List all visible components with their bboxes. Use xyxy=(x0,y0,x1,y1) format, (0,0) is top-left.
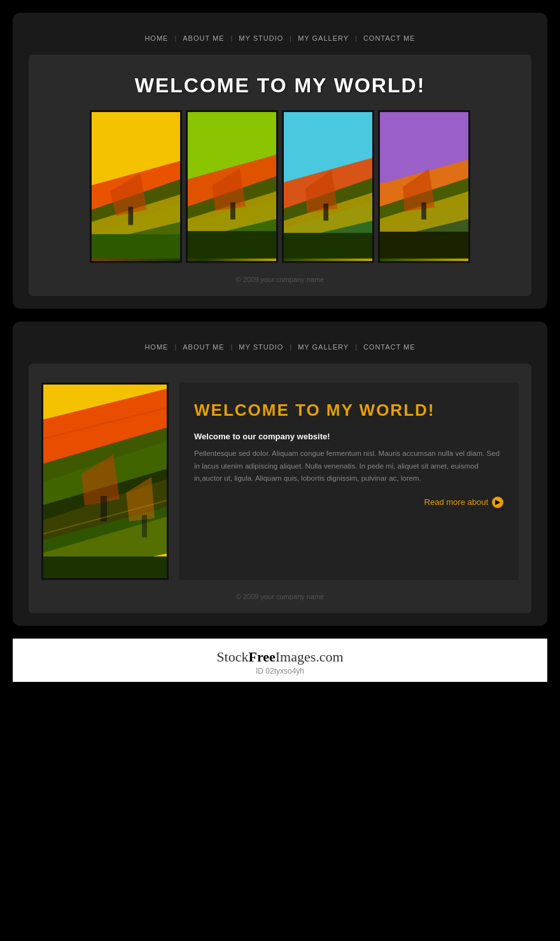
svg-rect-4 xyxy=(92,234,180,258)
gallery-grid xyxy=(41,110,519,263)
gallery-panel-2[interactable] xyxy=(186,110,278,263)
nav-studio-2[interactable]: MY STUDIO xyxy=(232,341,290,353)
watermark-id: ID 02tyxso4yh xyxy=(13,667,547,676)
nav-gallery-1[interactable]: MY GALLERY xyxy=(291,32,355,45)
gallery-panel-3[interactable] xyxy=(282,110,374,263)
content-title: WELCOME TO MY WORLD! xyxy=(194,400,503,420)
gallery-panel-4[interactable] xyxy=(378,110,470,263)
panel-3-abstract xyxy=(284,112,372,261)
browser-area-1: WELCOME TO MY WORLD! xyxy=(29,55,531,296)
browser-area-2: WELCOME TO MY WORLD! Welcome to our comp… xyxy=(29,364,531,613)
content-subtitle: Welcome to our company website! xyxy=(194,432,503,441)
panel-2-abstract xyxy=(188,112,276,261)
right-content: WELCOME TO MY WORLD! Welcome to our comp… xyxy=(179,383,519,580)
svg-rect-27 xyxy=(421,202,426,220)
nav-bar-2: HOME | ABOUT ME | MY STUDIO | MY GALLERY… xyxy=(29,341,531,353)
nav-contact-1[interactable]: CONTACT ME xyxy=(357,32,422,45)
content-area: WELCOME TO MY WORLD! Welcome to our comp… xyxy=(41,383,519,580)
nav-home-1[interactable]: HOME xyxy=(138,32,174,45)
nav-about-2[interactable]: ABOUT ME xyxy=(176,341,230,353)
nav-bar-1: HOME | ABOUT ME | MY STUDIO | MY GALLERY… xyxy=(29,32,531,45)
svg-rect-6 xyxy=(129,207,134,225)
nav-gallery-2[interactable]: MY GALLERY xyxy=(291,341,355,353)
panel-1-abstract xyxy=(92,112,180,261)
read-more-link[interactable]: Read more about ▶ xyxy=(424,497,503,508)
panel-4-abstract xyxy=(380,112,468,261)
mockup-card-2: HOME | ABOUT ME | MY STUDIO | MY GALLERY… xyxy=(13,322,547,626)
svg-rect-18 xyxy=(284,233,372,258)
footer-2: © 2009 your company name xyxy=(41,593,519,600)
left-artwork xyxy=(41,383,169,580)
read-more-arrow-icon: ▶ xyxy=(492,497,503,508)
svg-rect-33 xyxy=(43,556,169,580)
mockup-card-1: HOME | ABOUT ME | MY STUDIO | MY GALLERY… xyxy=(13,13,547,309)
gallery-panel-1[interactable] xyxy=(90,110,182,263)
content-body: Pellentesque sed dolor. Aliquam congue f… xyxy=(194,448,503,485)
screenshot-container: HOME | ABOUT ME | MY STUDIO | MY GALLERY… xyxy=(0,0,560,695)
footer-1: © 2009 your company name xyxy=(41,276,519,283)
nav-studio-1[interactable]: MY STUDIO xyxy=(232,32,290,45)
watermark-bar: StockFreeImages.com ID 02tyxso4yh xyxy=(13,639,547,682)
read-more-text: Read more about xyxy=(424,497,488,507)
svg-rect-37 xyxy=(142,515,147,537)
nav-contact-2[interactable]: CONTACT ME xyxy=(357,341,422,353)
svg-rect-25 xyxy=(380,232,468,258)
watermark-text: StockFreeImages.com xyxy=(13,649,547,665)
nav-about-1[interactable]: ABOUT ME xyxy=(176,32,230,45)
nav-home-2[interactable]: HOME xyxy=(138,341,174,353)
svg-rect-11 xyxy=(188,231,276,258)
svg-rect-13 xyxy=(230,202,235,220)
svg-rect-20 xyxy=(323,204,328,221)
hero-title-1: WELCOME TO MY WORLD! xyxy=(41,74,519,97)
